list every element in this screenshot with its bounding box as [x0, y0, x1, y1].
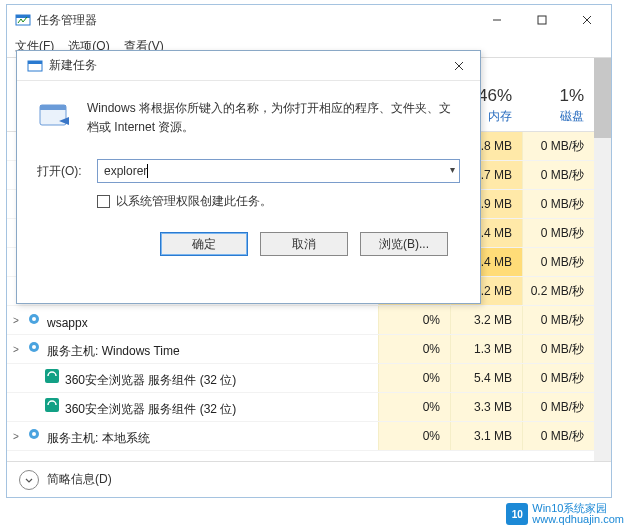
open-input-value: explorer	[104, 164, 147, 178]
process-icon	[43, 367, 61, 385]
process-icon	[25, 310, 43, 328]
svg-rect-11	[45, 398, 59, 412]
dialog-icon	[27, 58, 43, 74]
process-name: 360安全浏览器 服务组件 (32 位)	[25, 367, 378, 389]
maximize-button[interactable]	[519, 5, 564, 35]
svg-point-9	[32, 345, 36, 349]
svg-point-13	[32, 432, 36, 436]
disk-column-header[interactable]: 1% 磁盘	[522, 86, 594, 131]
process-name: wsappx	[25, 310, 378, 330]
footer: 简略信息(D)	[7, 461, 611, 497]
process-name: 服务主机: 本地系统	[25, 425, 378, 447]
ok-button[interactable]: 确定	[160, 232, 248, 256]
disk-cell: 0 MB/秒	[522, 364, 594, 392]
expand-toggle[interactable]: >	[7, 315, 25, 326]
table-row[interactable]: >wsappx0%3.2 MB0 MB/秒	[7, 306, 611, 335]
disk-cell: 0 MB/秒	[522, 335, 594, 363]
expand-toggle[interactable]: >	[7, 344, 25, 355]
chevron-down-icon[interactable]	[19, 470, 39, 490]
cpu-cell: 0%	[378, 422, 450, 450]
memory-cell: 3.3 MB	[450, 393, 522, 421]
run-icon	[37, 99, 73, 135]
svg-point-7	[32, 317, 36, 321]
dialog-title: 新建任务	[49, 57, 444, 74]
process-icon	[43, 396, 61, 414]
close-button[interactable]	[564, 5, 609, 35]
cpu-cell: 0%	[378, 335, 450, 363]
admin-checkbox[interactable]	[97, 195, 110, 208]
process-icon	[25, 338, 43, 356]
watermark-badge: 10	[506, 503, 528, 525]
disk-cell: 0 MB/秒	[522, 248, 594, 276]
cancel-button[interactable]: 取消	[260, 232, 348, 256]
disk-cell: 0 MB/秒	[522, 306, 594, 334]
text-caret	[147, 164, 148, 178]
disk-cell: 0 MB/秒	[522, 161, 594, 189]
svg-rect-1	[16, 15, 30, 18]
new-task-dialog: 新建任务 Windows 将根据你所键入的名称，为你打开相应的程序、文件夹、文档…	[16, 50, 481, 304]
app-icon	[15, 12, 31, 28]
cpu-cell: 0%	[378, 364, 450, 392]
table-row[interactable]: >服务主机: Windows Time0%1.3 MB0 MB/秒	[7, 335, 611, 364]
title-bar[interactable]: 任务管理器	[7, 5, 611, 35]
expand-toggle[interactable]: >	[7, 431, 25, 442]
chevron-down-icon[interactable]: ▾	[450, 164, 455, 175]
disk-cell: 0.2 MB/秒	[522, 277, 594, 305]
brief-info-toggle[interactable]: 简略信息(D)	[47, 471, 112, 488]
disk-cell: 0 MB/秒	[522, 190, 594, 218]
disk-cell: 0 MB/秒	[522, 132, 594, 160]
open-label: 打开(O):	[37, 163, 89, 180]
process-icon	[25, 425, 43, 443]
cpu-cell: 0%	[378, 393, 450, 421]
watermark: 10 Win10系统家园 www.qdhuajin.com	[506, 503, 624, 525]
process-name: 360安全浏览器 服务组件 (32 位)	[25, 396, 378, 418]
scrollbar[interactable]	[594, 58, 611, 461]
svg-rect-3	[538, 16, 546, 24]
table-row[interactable]: 360安全浏览器 服务组件 (32 位)0%5.4 MB0 MB/秒	[7, 364, 611, 393]
dialog-title-bar[interactable]: 新建任务	[17, 51, 480, 81]
disk-cell: 0 MB/秒	[522, 393, 594, 421]
disk-cell: 0 MB/秒	[522, 219, 594, 247]
window-title: 任务管理器	[37, 12, 474, 29]
memory-cell: 1.3 MB	[450, 335, 522, 363]
minimize-button[interactable]	[474, 5, 519, 35]
browse-button[interactable]: 浏览(B)...	[360, 232, 448, 256]
open-input[interactable]: explorer ▾	[97, 159, 460, 183]
close-icon[interactable]	[444, 51, 474, 80]
admin-checkbox-label: 以系统管理权限创建此任务。	[116, 193, 272, 210]
dialog-message: Windows 将根据你所键入的名称，为你打开相应的程序、文件夹、文档或 Int…	[87, 99, 460, 137]
memory-cell: 3.1 MB	[450, 422, 522, 450]
table-row[interactable]: >服务主机: 本地系统0%3.1 MB0 MB/秒	[7, 422, 611, 451]
disk-cell: 0 MB/秒	[522, 422, 594, 450]
cpu-cell: 0%	[378, 306, 450, 334]
watermark-line2: www.qdhuajin.com	[532, 514, 624, 525]
svg-rect-15	[28, 61, 42, 64]
table-row[interactable]: 360安全浏览器 服务组件 (32 位)0%3.3 MB0 MB/秒	[7, 393, 611, 422]
svg-rect-10	[45, 369, 59, 383]
svg-rect-19	[40, 105, 66, 110]
memory-cell: 5.4 MB	[450, 364, 522, 392]
process-name: 服务主机: Windows Time	[25, 338, 378, 360]
memory-cell: 3.2 MB	[450, 306, 522, 334]
